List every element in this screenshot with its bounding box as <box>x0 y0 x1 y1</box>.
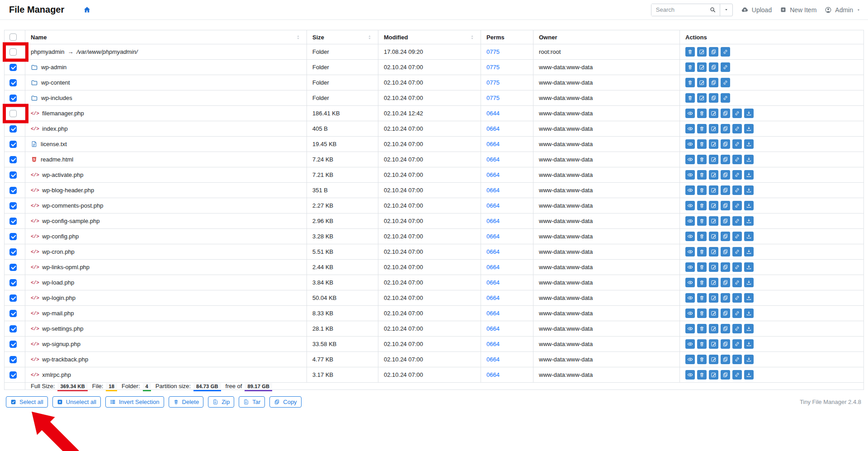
rename-button[interactable] <box>709 216 718 226</box>
perms-link[interactable]: 0775 <box>486 79 500 86</box>
file-name-link[interactable]: index.php <box>42 125 67 132</box>
rename-button[interactable] <box>709 355 718 364</box>
rename-button[interactable] <box>709 262 718 272</box>
perms-link[interactable]: 0664 <box>486 279 500 286</box>
perms-link[interactable]: 0664 <box>486 187 500 194</box>
delete-button[interactable] <box>697 355 707 364</box>
view-button[interactable] <box>685 155 695 164</box>
delete-button[interactable] <box>697 278 707 287</box>
direct-link-button[interactable] <box>732 109 742 118</box>
direct-link-button[interactable] <box>721 78 730 87</box>
direct-link-button[interactable] <box>732 278 742 287</box>
copy-to-button[interactable] <box>721 247 730 256</box>
file-name-link[interactable]: phpmyadmin <box>31 48 64 55</box>
file-name-link[interactable]: wp-includes <box>41 95 72 101</box>
row-checkbox[interactable] <box>9 294 17 302</box>
download-button[interactable] <box>744 339 754 349</box>
delete-button[interactable] <box>697 201 707 210</box>
column-header-modified[interactable]: Modified <box>378 30 481 44</box>
perms-link[interactable]: 0664 <box>486 141 500 147</box>
download-button[interactable] <box>744 293 754 303</box>
view-button[interactable] <box>685 170 695 180</box>
view-button[interactable] <box>685 293 695 303</box>
view-button[interactable] <box>685 355 695 364</box>
file-name-link[interactable]: wp-admin <box>41 64 66 71</box>
copy-to-button[interactable] <box>721 293 730 303</box>
rename-button[interactable] <box>709 247 718 256</box>
copy-to-button[interactable] <box>721 170 730 180</box>
copy-to-button[interactable] <box>709 47 718 57</box>
row-checkbox[interactable] <box>9 264 17 271</box>
copy-to-button[interactable] <box>721 232 730 241</box>
copy-to-button[interactable] <box>721 339 730 349</box>
delete-button[interactable] <box>697 139 707 149</box>
delete-button[interactable] <box>685 78 695 87</box>
download-button[interactable] <box>744 262 754 272</box>
download-button[interactable] <box>744 232 754 241</box>
select-all-checkbox[interactable] <box>9 33 17 41</box>
sort-icon[interactable] <box>469 34 475 40</box>
download-button[interactable] <box>744 278 754 287</box>
view-button[interactable] <box>685 124 695 133</box>
delete-button[interactable]: Delete <box>169 396 204 408</box>
download-button[interactable] <box>744 124 754 133</box>
row-checkbox[interactable] <box>9 64 17 71</box>
perms-link[interactable]: 0664 <box>486 171 500 178</box>
row-checkbox[interactable] <box>9 341 17 348</box>
row-checkbox[interactable] <box>9 371 17 379</box>
delete-button[interactable] <box>697 216 707 226</box>
direct-link-button[interactable] <box>732 185 742 195</box>
row-checkbox[interactable] <box>9 48 17 56</box>
direct-link-button[interactable] <box>721 47 730 57</box>
copy-to-button[interactable] <box>709 78 718 87</box>
perms-link[interactable]: 0775 <box>486 64 500 71</box>
perms-link[interactable]: 0664 <box>486 341 500 347</box>
copy-to-button[interactable] <box>721 124 730 133</box>
sort-icon[interactable] <box>295 34 301 40</box>
rename-button[interactable] <box>697 62 707 72</box>
perms-link[interactable]: 0664 <box>486 356 500 363</box>
delete-button[interactable] <box>697 293 707 303</box>
copy-to-button[interactable] <box>721 216 730 226</box>
file-name-link[interactable]: xmlrpc.php <box>42 371 71 378</box>
row-checkbox[interactable] <box>9 279 17 286</box>
perms-link[interactable]: 0664 <box>486 218 500 224</box>
download-button[interactable] <box>744 370 754 380</box>
file-name-link[interactable]: wp-config-sample.php <box>42 218 99 224</box>
file-name-link[interactable]: wp-content <box>41 79 70 86</box>
download-button[interactable] <box>744 201 754 210</box>
copy-to-button[interactable] <box>721 324 730 333</box>
file-name-link[interactable]: wp-links-opml.php <box>42 264 90 271</box>
view-button[interactable] <box>685 201 695 210</box>
perms-link[interactable]: 0775 <box>486 95 500 101</box>
select-all-button[interactable]: Select all <box>6 396 48 408</box>
row-checkbox[interactable] <box>9 310 17 317</box>
download-button[interactable] <box>744 155 754 164</box>
perms-link[interactable]: 0664 <box>486 233 500 240</box>
delete-button[interactable] <box>697 185 707 195</box>
copy-button[interactable]: Copy <box>269 396 301 408</box>
rename-button[interactable] <box>709 170 718 180</box>
rename-button[interactable] <box>709 232 718 241</box>
direct-link-button[interactable] <box>732 170 742 180</box>
column-header-name[interactable]: Name <box>25 30 307 44</box>
direct-link-button[interactable] <box>732 309 742 318</box>
direct-link-button[interactable] <box>732 216 742 226</box>
delete-button[interactable] <box>697 170 707 180</box>
rename-button[interactable] <box>709 324 718 333</box>
perms-link[interactable]: 0664 <box>486 156 500 163</box>
perms-link[interactable]: 0644 <box>486 110 500 117</box>
download-button[interactable] <box>744 185 754 195</box>
direct-link-button[interactable] <box>721 93 730 103</box>
perms-link[interactable]: 0664 <box>486 248 500 255</box>
view-button[interactable] <box>685 309 695 318</box>
delete-button[interactable] <box>697 155 707 164</box>
file-name-link[interactable]: license.txt <box>41 141 67 147</box>
column-header-size[interactable]: Size <box>307 30 378 44</box>
download-button[interactable] <box>744 355 754 364</box>
view-button[interactable] <box>685 278 695 287</box>
rename-button[interactable] <box>697 93 707 103</box>
new-item-button[interactable]: New Item <box>780 6 816 14</box>
direct-link-button[interactable] <box>721 62 730 72</box>
copy-to-button[interactable] <box>721 185 730 195</box>
